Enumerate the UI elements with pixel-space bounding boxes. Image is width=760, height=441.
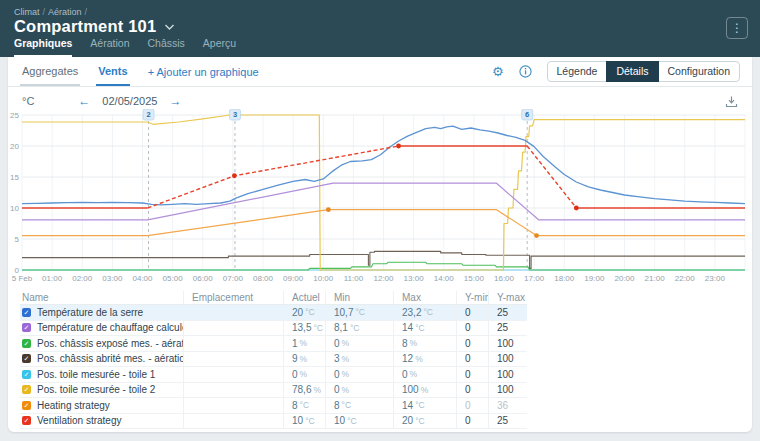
table-row[interactable]: ✓Ventilation strategy10°C10°C20°C025 — [20, 414, 527, 430]
breadcrumb-separator: / — [43, 7, 46, 17]
x-axis-tick-label: 22:00 — [675, 274, 696, 283]
table-row[interactable]: ✓Température de la serre20°C10,7°C23,2°C… — [20, 305, 527, 321]
value-unit: % — [313, 385, 321, 395]
min-cell: 8°C — [325, 398, 393, 413]
series-marker-dot — [534, 233, 539, 238]
value: 0 — [292, 369, 298, 380]
kebab-menu-button[interactable]: ⋮ — [726, 17, 748, 39]
header-tab-châssis[interactable]: Châssis — [147, 37, 184, 57]
y-axis-tick-label: 10 — [10, 204, 19, 213]
series-checkbox[interactable]: ✓ — [22, 370, 31, 379]
info-icon[interactable] — [519, 65, 532, 78]
min-cell: 10,7°C — [325, 305, 393, 320]
value: 78,6 — [292, 384, 311, 395]
actuel-cell: 8°C — [283, 398, 325, 413]
y-min-cell[interactable]: 0 — [456, 383, 488, 398]
y-max-cell[interactable]: 100 — [488, 383, 527, 398]
value-unit: % — [342, 354, 350, 364]
series-checkbox[interactable]: ✓ — [22, 385, 31, 394]
max-cell: 14°C — [393, 321, 456, 336]
y-max-cell[interactable]: 36 — [488, 398, 527, 413]
actuel-cell: 1% — [283, 336, 325, 351]
y-min-cell[interactable]: 0 — [456, 367, 488, 382]
axis-bound-value: 0 — [465, 353, 471, 364]
axis-bound-value: 0 — [465, 307, 471, 318]
y-min-cell[interactable]: 0 — [456, 398, 488, 413]
value-unit: °C — [300, 400, 310, 410]
y-max-cell[interactable]: 25 — [488, 305, 527, 320]
max-cell: 23,2°C — [393, 305, 456, 320]
view-tab-vents[interactable]: Vents — [96, 57, 129, 86]
chevron-down-icon[interactable] — [164, 23, 175, 31]
y-min-cell[interactable]: 0 — [456, 305, 488, 320]
header-tab-aération[interactable]: Aération — [90, 37, 129, 57]
x-axis-tick-label: 19:00 — [584, 274, 605, 283]
configuration-button[interactable]: Configuration — [658, 61, 740, 82]
y-max-cell[interactable]: 100 — [488, 336, 527, 351]
y-max-cell[interactable]: 25 — [488, 414, 527, 429]
y-max-cell[interactable]: 25 — [488, 321, 527, 336]
value: 13,5 — [292, 322, 311, 333]
x-axis-tick-label: 5 Feb — [12, 274, 33, 283]
value: 0 — [334, 384, 340, 395]
table-row[interactable]: ✓Pos. toile mesurée - toile 10%0%0%0100 — [20, 367, 527, 383]
max-cell: 0% — [393, 367, 456, 382]
value: 3 — [334, 353, 340, 364]
y-axis-tick-label: 20 — [10, 142, 19, 151]
series-name: Pos. châssis exposé mes. - aération 1 — [37, 338, 183, 349]
y-min-cell[interactable]: 0 — [456, 352, 488, 367]
axis-bound-value: 0 — [465, 384, 471, 395]
gear-icon[interactable]: ⚙ — [492, 65, 504, 78]
chart: 05101520255 Feb01:0002:0003:0004:0005:00… — [8, 109, 752, 291]
value: 10 — [334, 415, 345, 426]
axis-bound-value: 100 — [497, 338, 514, 349]
value-unit: °C — [423, 307, 433, 317]
chart-area[interactable]: 05101520255 Feb01:0002:0003:0004:0005:00… — [8, 109, 752, 291]
unit-label[interactable]: °C — [22, 95, 34, 107]
x-axis-tick-label: 14:00 — [434, 274, 455, 283]
x-axis-tick-label: 06:00 — [193, 274, 214, 283]
table-row[interactable]: ✓Pos. châssis exposé mes. - aération 11%… — [20, 336, 527, 352]
series-checkbox[interactable]: ✓ — [22, 416, 31, 425]
axis-bound-value: 0 — [465, 322, 471, 333]
value-unit: °C — [415, 323, 425, 333]
value: 14 — [402, 400, 413, 411]
series-name-cell: ✓Pos. toile mesurée - toile 2 — [20, 383, 183, 398]
header-tab-graphiques[interactable]: Graphiques — [14, 37, 72, 57]
series-checkbox[interactable]: ✓ — [22, 401, 31, 410]
y-axis-tick-label: 15 — [10, 173, 19, 182]
y-min-cell[interactable]: 0 — [456, 321, 488, 336]
x-axis-tick-label: 12:00 — [373, 274, 394, 283]
date-value[interactable]: 02/05/2025 — [102, 95, 157, 107]
détails-button[interactable]: Détails — [606, 61, 658, 82]
column-header-name: Name — [20, 291, 183, 304]
series-name-cell: ✓Ventilation strategy — [20, 414, 183, 429]
series-checkbox[interactable]: ✓ — [22, 323, 31, 332]
add-chart-link[interactable]: + Ajouter un graphique — [148, 57, 259, 86]
x-axis-tick-label: 16:00 — [494, 274, 515, 283]
emplacement-cell — [183, 383, 283, 398]
view-tab-aggregates[interactable]: Aggregates — [20, 57, 80, 86]
series-checkbox[interactable]: ✓ — [22, 354, 31, 363]
breadcrumb-link-climat[interactable]: Climat — [14, 7, 40, 17]
légende-button[interactable]: Légende — [547, 61, 608, 82]
table-row[interactable]: ✓Température de chauffage calculé13,5°C8… — [20, 321, 527, 337]
series-checkbox[interactable]: ✓ — [22, 339, 31, 348]
min-cell: 0% — [325, 336, 393, 351]
prev-day-arrow-icon[interactable]: ← — [78, 94, 90, 108]
series-name: Ventilation strategy — [37, 415, 122, 426]
y-min-cell[interactable]: 0 — [456, 414, 488, 429]
breadcrumb-link-aeration[interactable]: Aération — [48, 7, 82, 17]
table-row[interactable]: ✓Pos. châssis abrité mes. - aération 19%… — [20, 352, 527, 368]
series-checkbox[interactable]: ✓ — [22, 308, 31, 317]
y-min-cell[interactable]: 0 — [456, 336, 488, 351]
header-tab-aperçu[interactable]: Aperçu — [203, 37, 236, 57]
emplacement-cell — [183, 367, 283, 382]
table-row[interactable]: ✓Heating strategy8°C8°C14°C036 — [20, 398, 527, 414]
y-axis-tick-label: 25 — [10, 111, 19, 120]
y-max-cell[interactable]: 100 — [488, 352, 527, 367]
next-day-arrow-icon[interactable]: → — [169, 94, 181, 108]
table-row[interactable]: ✓Pos. toile mesurée - toile 278,6%0%100%… — [20, 383, 527, 399]
download-icon[interactable] — [725, 95, 738, 108]
y-max-cell[interactable]: 100 — [488, 367, 527, 382]
